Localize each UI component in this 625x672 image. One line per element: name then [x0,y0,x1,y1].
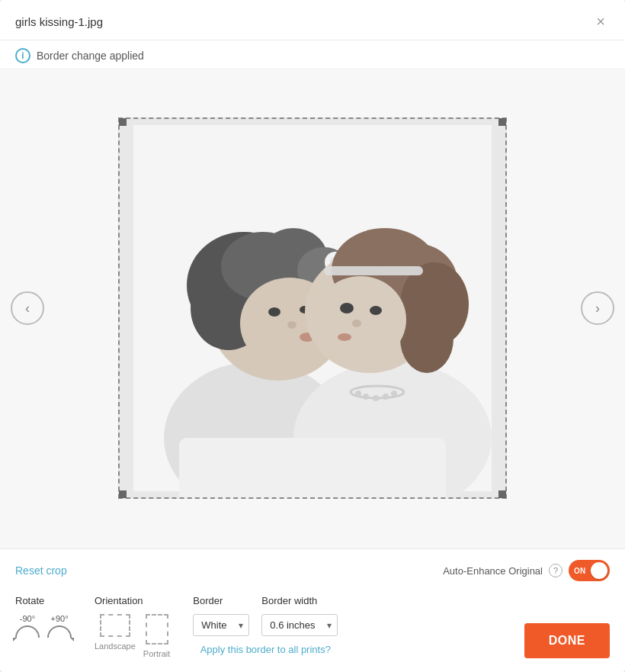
svg-rect-36 [179,438,446,499]
rotate-left-button[interactable]: -90° [15,614,40,638]
portrait-label: Portrait [143,649,170,658]
rotate-buttons: -90° +90° [15,614,72,638]
svg-rect-22 [324,266,423,275]
rotate-label: Rotate [15,595,72,606]
help-icon[interactable]: ? [549,564,562,577]
svg-point-31 [373,395,379,401]
svg-point-32 [383,394,389,400]
border-controls: Border White Black Gray None [193,595,338,636]
border-width-select[interactable]: 0.6 inches 0.3 inches 0.9 inches 1.2 inc… [261,614,338,636]
orientation-label: Orientation [95,595,170,606]
border-label: Border [193,595,249,606]
svg-point-26 [352,320,361,327]
modal-header: girls kissing-1.jpg × [0,0,625,40]
svg-point-12 [268,307,280,317]
photo-svg [118,117,507,499]
svg-point-24 [340,303,354,313]
rotate-group: Rotate -90° +90° [15,595,72,638]
orientation-buttons: Landscape Portrait [95,614,170,658]
landscape-button[interactable]: Landscape [95,614,136,658]
rotate-left-deg: -90° [20,614,35,623]
prev-arrow-button[interactable]: ‹ [11,291,44,325]
portrait-icon [146,614,168,645]
image-inner [118,117,507,499]
done-button[interactable]: DONE [524,623,610,658]
border-color-select-wrapper: White Black Gray None [193,614,249,636]
border-width-select-wrapper: 0.6 inches 0.3 inches 0.9 inches 1.2 inc… [261,614,338,636]
modal-title: girls kissing-1.jpg [15,15,103,28]
bottom-panel: Reset crop Auto-Enhance Original ? ON Ro… [0,548,625,672]
auto-enhance-label: Auto-Enhance Original [443,565,543,577]
border-width-group: Border width 0.6 inches 0.3 inches 0.9 i… [261,595,338,636]
apply-border-button[interactable]: Apply this border to all prints? [193,644,338,655]
landscape-icon [100,614,130,637]
svg-point-25 [370,306,382,315]
svg-point-14 [287,321,296,329]
auto-enhance-row: Auto-Enhance Original ? ON [443,560,610,581]
rotate-right-deg: +90° [50,614,68,623]
next-arrow-button[interactable]: › [581,291,614,325]
border-group: Border White Black Gray None [193,595,338,655]
rotate-right-button[interactable]: +90° [47,614,72,638]
border-color-group: Border White Black Gray None [193,595,249,636]
svg-point-30 [363,394,369,400]
border-width-label: Border width [261,595,338,606]
photo-display [118,117,507,499]
rotate-left-arc-icon [15,625,40,638]
landscape-label: Landscape [95,641,136,651]
rotate-right-arc-icon [47,625,72,638]
status-bar: i Border change applied [0,40,625,68]
border-color-select[interactable]: White Black Gray None [193,614,249,636]
svg-point-23 [315,276,406,363]
modal: girls kissing-1.jpg × i Border change ap… [0,0,625,672]
toggle-label: ON [574,567,586,575]
auto-enhance-toggle[interactable]: ON [569,560,610,581]
orientation-group: Orientation Landscape Portrait [95,595,170,658]
chevron-left-icon: ‹ [25,301,30,317]
image-area: ‹ [0,68,625,548]
portrait-button[interactable]: Portrait [143,614,170,658]
svg-point-27 [338,333,351,341]
image-container [111,114,514,503]
svg-point-33 [391,391,397,397]
info-icon: i [15,48,30,63]
svg-point-21 [400,304,454,373]
controls-bottom-row: Rotate -90° +90° Orientation [15,595,610,658]
reset-crop-button[interactable]: Reset crop [15,564,67,577]
chevron-right-icon: › [595,301,600,317]
svg-point-29 [355,391,361,397]
close-button[interactable]: × [591,12,610,31]
reset-row: Reset crop Auto-Enhance Original ? ON [15,560,610,581]
status-message: Border change applied [37,50,144,62]
toggle-knob [591,562,607,579]
